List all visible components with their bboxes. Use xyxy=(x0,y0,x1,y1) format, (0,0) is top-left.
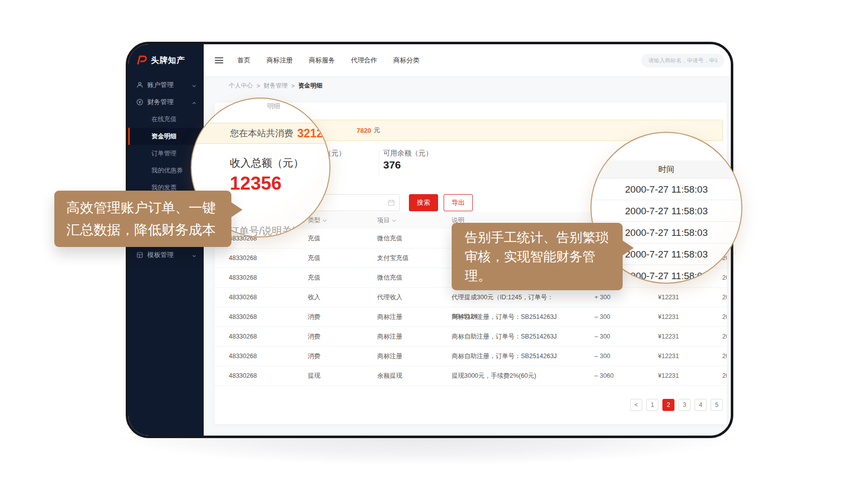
table-row: 48330268消费商标注册商标自助注册，订单号：SB2514263J– 300… xyxy=(215,307,727,327)
table-cell-project: 支付宝充值 xyxy=(377,248,452,268)
tab-trademark-service[interactable]: 商标服务 xyxy=(309,56,335,65)
tab-trademark-category[interactable]: 商标分类 xyxy=(393,56,419,65)
logo-icon xyxy=(136,55,147,66)
sidebar-sub-label: 我的发票 xyxy=(151,184,177,191)
calendar-icon[interactable] xyxy=(388,199,395,206)
trademark-search-input[interactable] xyxy=(641,54,724,67)
table-cell-amount: – 300 xyxy=(583,327,629,346)
chevron-down-icon xyxy=(392,212,396,215)
table-cell-type: 提现 xyxy=(308,366,377,385)
tab-agency[interactable]: 代理合作 xyxy=(351,56,377,65)
table-cell-project: 商标注册 xyxy=(377,307,452,326)
laptop-base xyxy=(42,437,812,474)
tooltip-right: 告别手工统计、告别繁琐 审核，实现智能财务管 理。 xyxy=(452,223,623,290)
pagination-page-5[interactable]: 5 xyxy=(711,399,723,411)
breadcrumb-item[interactable]: 个人中心 xyxy=(229,81,253,90)
table-cell-time: 2000-7-27 11:58:03 xyxy=(679,347,727,366)
pagination-page-3[interactable]: 3 xyxy=(678,399,691,411)
lens-time-row: 2000-7-27 11:58:03 xyxy=(591,200,741,222)
breadcrumb: 个人中心 > 财务管理 > 资金明细 xyxy=(204,76,731,95)
chevron-down-icon xyxy=(192,253,197,258)
sidebar-sub-label: 订单管理 xyxy=(151,150,177,157)
table-cell-project: 余额提现 xyxy=(377,366,452,385)
sidebar-sub-label: 资金明细 xyxy=(151,133,177,140)
table-cell-desc: 提现3000元，手续费2%(60元) xyxy=(452,366,583,385)
tab-home[interactable]: 首页 xyxy=(237,56,250,65)
table-row: 48330268消费商标注册商标自助注册，订单号：SB2514263J– 300… xyxy=(215,347,727,366)
tooltip-line: 高效管理账户订单、一键 xyxy=(66,197,219,219)
table-cell-order: 48330268 xyxy=(215,268,308,287)
sidebar-item-funds-detail[interactable]: 资金明细 xyxy=(128,128,204,145)
export-button[interactable]: 导出 xyxy=(444,194,473,211)
table-cell-order: 48330268 xyxy=(215,307,308,326)
table-cell-time: 2000-7-27 11:58:03 xyxy=(679,366,727,385)
lens-income-label: 收入总额（元） xyxy=(230,156,304,170)
table-cell-balance: ¥12231 xyxy=(629,327,679,346)
sidebar-sub-label: 我的优惠券 xyxy=(151,167,183,174)
search-button[interactable]: 搜索 xyxy=(409,194,438,211)
tooltip-line: 告别手工统计、告别繁琐 xyxy=(465,228,610,247)
sidebar-item-finance[interactable]: 财务管理 xyxy=(128,94,204,111)
chevron-down-icon xyxy=(322,212,327,215)
template-icon xyxy=(136,251,143,259)
stat-divider xyxy=(379,150,379,176)
hamburger-menu-icon[interactable] xyxy=(215,57,223,63)
header-type[interactable]: 类型 xyxy=(308,212,377,229)
chevron-up-icon xyxy=(192,100,197,105)
breadcrumb-separator: > xyxy=(291,82,295,90)
lens-time-row: 2000-7-27 11:58:03 xyxy=(591,179,741,200)
sidebar-item-label: 财务管理 xyxy=(147,98,188,107)
table-cell-amount: – 300 xyxy=(583,307,629,326)
tooltip-left: 高效管理账户订单、一键 汇总数据，降低财务成本 xyxy=(54,191,231,247)
table-cell-desc: 商标自助注册，订单号：SB2514263J xyxy=(452,347,583,366)
table-cell-order: 48330268 xyxy=(215,327,308,346)
header-project[interactable]: 项目 xyxy=(377,212,452,229)
table-cell-balance: ¥12231 xyxy=(629,307,679,326)
lens-time-header: 时间 xyxy=(591,160,741,179)
logo-text: 头牌知产 xyxy=(151,55,185,66)
sidebar-item-account[interactable]: 账户管理 xyxy=(128,76,204,94)
table-cell-type: 充值 xyxy=(308,248,377,268)
table-cell-desc: 商标自助注册，订单号：SB2514263J xyxy=(452,307,583,326)
table-cell-type: 消费 xyxy=(308,327,377,346)
lens-tab-fragment: 明细 xyxy=(267,102,280,111)
table-cell-order: 48330268 xyxy=(215,347,308,366)
tooltip-line: 审核，实现智能财务管 xyxy=(465,247,610,266)
pagination: < 12345 xyxy=(215,399,723,411)
table-cell-type: 充值 xyxy=(308,229,377,248)
table-cell-type: 消费 xyxy=(308,307,377,326)
lens-banner-text: 您在本站共消费 xyxy=(230,127,293,139)
table-cell-type: 充值 xyxy=(308,268,377,287)
breadcrumb-separator: > xyxy=(257,82,260,90)
table-cell-amount: – 300 xyxy=(583,347,629,366)
banner-unit: 元 xyxy=(374,126,380,135)
tooltip-line: 汇总数据，降低财务成本 xyxy=(66,219,219,241)
sidebar-sub-label: 在线充值 xyxy=(151,116,177,123)
available-balance-label: 可用余额（元） xyxy=(383,149,433,158)
table-row: 48330268消费商标注册商标自助注册，订单号：SB2514263J– 300… xyxy=(215,327,727,347)
breadcrumb-item[interactable]: 财务管理 xyxy=(264,81,288,90)
pagination-prev-button[interactable]: < xyxy=(630,399,642,411)
table-cell-desc: 商标自助注册，订单号：SB2514263J xyxy=(452,327,583,346)
lens-banner-strip: 您在本站共消费 32124 xyxy=(192,123,329,144)
sidebar-item-templates[interactable]: 模板管理 xyxy=(128,246,204,264)
table-cell-order: 48330268 xyxy=(215,366,308,385)
sidebar-item-online-recharge[interactable]: 在线充值 xyxy=(128,111,204,128)
pagination-page-2[interactable]: 2 xyxy=(662,399,674,411)
breadcrumb-item-current: 资金明细 xyxy=(298,81,322,90)
topnav-tabs: 首页 商标注册 商标服务 代理合作 商标分类 xyxy=(237,56,419,65)
table-cell-time: 2000-7-27 11:58:03 xyxy=(679,307,727,326)
chevron-down-icon xyxy=(192,82,197,88)
topbar: 首页 商标注册 商标服务 代理合作 商标分类 xyxy=(204,44,731,76)
table-cell-project: 商标注册 xyxy=(377,347,452,366)
page: 头牌知产 账户管理 财务管理 xyxy=(0,0,853,504)
banner-amount: 7820 xyxy=(357,127,371,134)
tab-trademark-register[interactable]: 商标注册 xyxy=(267,56,293,65)
pagination-page-1[interactable]: 1 xyxy=(646,399,658,411)
table-cell-project: 商标注册 xyxy=(377,327,452,346)
finance-icon xyxy=(136,99,143,106)
user-icon xyxy=(136,81,143,89)
pagination-page-4[interactable]: 4 xyxy=(695,399,707,411)
table-cell-project: 微信充值 xyxy=(377,268,452,287)
table-row: 48330268提现余额提现提现3000元，手续费2%(60元)– 3060¥1… xyxy=(215,366,727,386)
